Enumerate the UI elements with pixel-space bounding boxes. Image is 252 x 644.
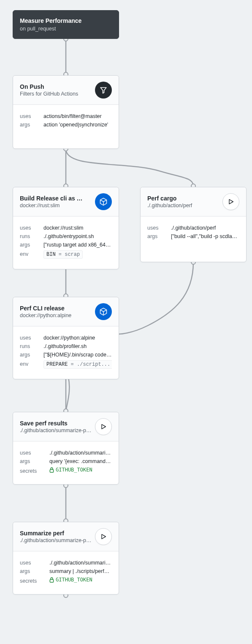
env-value: PREPARE = ./script...: [43, 360, 112, 369]
svg-marker-1: [229, 200, 233, 204]
node-subtitle: docker://rust:slim: [20, 203, 92, 208]
play-icon: [95, 418, 112, 435]
node-subtitle: ./.github/action/summarize-perf: [20, 537, 92, 543]
node-perf-cargo[interactable]: Perf cargo ./.github/action/perf uses./.…: [140, 187, 247, 262]
row-value: docker://python:alpine: [43, 335, 112, 341]
row-value: actions/bin/filter@master: [43, 113, 112, 119]
node-build-release[interactable]: Build Release cli as … docker://rust:sli…: [13, 187, 119, 269]
row-value: ./.github/action/summarize-…: [49, 560, 112, 566]
row-value: summary | ./scripts/perfsum…: [49, 568, 112, 574]
secret-value: GITHUB_TOKEN: [49, 577, 112, 584]
node-save-perf-results[interactable]: Save perf results ./.github/action/summa…: [13, 412, 119, 485]
row-value: ["build --all","build -p scdla…: [171, 233, 239, 239]
node-perf-cli-release[interactable]: Perf CLI release docker://python:alpine …: [13, 297, 119, 379]
package-icon: [95, 193, 112, 210]
node-summarize-perf[interactable]: Summarize perf ./.github/action/summariz…: [13, 522, 119, 595]
row-value: query '{exec: .command, m…: [49, 458, 112, 464]
node-title: Perf CLI release: [20, 305, 92, 312]
row-value: docker://rust:slim: [43, 225, 112, 231]
row-value: ["${HOME}/.bin/scrap code …: [43, 352, 112, 358]
svg-marker-4: [102, 534, 106, 539]
node-subtitle: Filters for GitHub Actions: [20, 91, 92, 97]
node-title: Perf cargo: [147, 195, 219, 202]
node-on-push[interactable]: On Push Filters for GitHub Actions usesa…: [13, 75, 119, 149]
node-title: Summarize perf: [20, 530, 92, 537]
filter-icon: [95, 82, 112, 99]
secret-value: GITHUB_TOKEN: [49, 467, 112, 474]
node-title: Build Release cli as …: [20, 195, 92, 202]
env-value: BIN = scrap: [43, 250, 112, 259]
lock-icon: [49, 467, 54, 473]
svg-rect-5: [50, 579, 53, 582]
svg-marker-0: [100, 88, 106, 93]
node-title: On Push: [20, 83, 92, 90]
workflow-trigger: on pull_request: [20, 26, 112, 32]
lock-icon: [49, 577, 54, 583]
row-value: ./.github/action/summarize-…: [49, 450, 112, 456]
row-value: ./.github/profiler.sh: [43, 343, 112, 349]
node-title: Save perf results: [20, 420, 92, 427]
row-value: ./.github/action/perf: [171, 225, 239, 231]
play-icon: [95, 528, 112, 545]
svg-rect-3: [50, 469, 53, 472]
node-subtitle: ./.github/action/perf: [147, 203, 219, 208]
play-icon: [222, 193, 239, 210]
row-value: ./.github/entrypoint.sh: [43, 233, 112, 239]
row-value: action 'opened|synchronize': [43, 122, 112, 128]
workflow-root-node[interactable]: Measure Performance on pull_request: [13, 10, 119, 39]
package-icon: [95, 303, 112, 320]
node-subtitle: ./.github/action/summarize-perf: [20, 428, 92, 433]
workflow-title: Measure Performance: [20, 17, 112, 24]
svg-marker-2: [102, 425, 106, 429]
node-subtitle: docker://python:alpine: [20, 312, 92, 318]
workflow-canvas: Measure Performance on pull_request On P…: [0, 0, 252, 644]
row-value: ["rustup target add x86_64-…: [43, 242, 112, 248]
